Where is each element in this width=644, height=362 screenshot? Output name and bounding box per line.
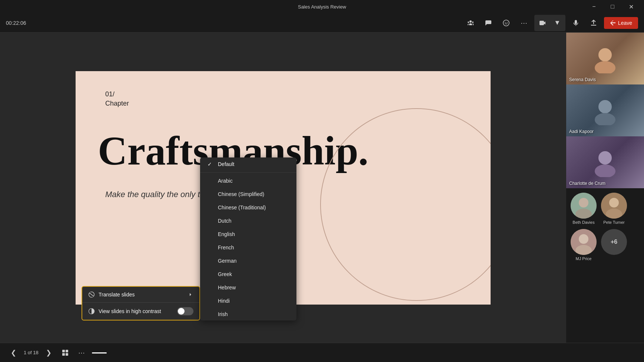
avatar-label-mj: MJ Price — [576, 256, 592, 261]
avatar-label-beth: Beth Davies — [572, 220, 594, 225]
next-slide-button[interactable]: ❯ — [43, 347, 55, 359]
avatar-item-more: +6 — [601, 229, 627, 261]
chevron-right-icon — [187, 292, 193, 298]
maximize-button[interactable]: □ — [604, 1, 621, 13]
minimize-button[interactable]: − — [585, 1, 602, 13]
slide-grid-button[interactable] — [59, 347, 71, 359]
lang-item-default[interactable]: ✓ Default — [200, 157, 296, 171]
svg-point-2 — [507, 22, 507, 23]
svg-point-8 — [598, 151, 612, 165]
participants-button[interactable] — [463, 16, 478, 30]
lang-item-german[interactable]: German — [200, 254, 296, 268]
leave-button[interactable]: Leave — [604, 17, 638, 29]
contrast-icon — [88, 308, 95, 315]
svg-point-17 — [579, 234, 588, 244]
language-list: ✓ Default Arabic Chinese (Simplified) — [200, 157, 296, 321]
lang-item-hebrew[interactable]: Hebrew — [200, 281, 296, 294]
toolbar: 00:22:06 ⋯ ▼ — [0, 13, 644, 33]
participant-video-serena: Serena Davis — [566, 33, 644, 84]
more-button[interactable]: ⋯ — [517, 16, 531, 30]
window-controls: − □ ✕ — [585, 1, 640, 13]
avatar-item-pete: Pete Turner — [601, 193, 627, 225]
lang-item-greek[interactable]: Greek — [200, 268, 296, 281]
slide-container: 01/ Chapter Craftsmanship. Make the qual… — [0, 33, 566, 343]
avatar-mj — [571, 229, 597, 255]
close-button[interactable]: ✕ — [623, 1, 640, 13]
mic-button[interactable] — [568, 16, 583, 30]
svg-point-4 — [598, 48, 612, 62]
svg-point-11 — [579, 198, 588, 207]
avatar-pete — [601, 193, 627, 219]
svg-point-9 — [595, 165, 615, 177]
slide-chapter-number: 01/ Chapter — [105, 89, 129, 107]
participant-avatars: Beth Davies Pete Turner — [566, 188, 644, 265]
prev-slide-button[interactable]: ❮ — [7, 347, 19, 359]
chat-button[interactable] — [481, 16, 496, 30]
call-timer: 00:22:06 — [6, 20, 26, 26]
svg-point-5 — [595, 61, 615, 73]
video-dropdown-button[interactable]: ▼ — [550, 16, 565, 30]
lang-item-chinese-traditional[interactable]: Chinese (Traditional) — [200, 201, 296, 214]
participant-name-aadi: Aadi Kapoor — [569, 129, 594, 134]
context-menu: Translate slides View slides in high con… — [82, 286, 200, 321]
title-bar: Sales Analysis Review − □ ✕ — [0, 0, 644, 13]
avatar-item-beth: Beth Davies — [571, 193, 597, 225]
participant-video-aadi: Aadi Kapoor — [566, 84, 644, 136]
main-content: 01/ Chapter Craftsmanship. Make the qual… — [0, 33, 644, 343]
lang-item-english[interactable]: English — [200, 228, 296, 241]
svg-point-0 — [503, 20, 509, 26]
participant-name-serena: Serena Davis — [569, 77, 596, 82]
high-contrast-toggle[interactable] — [177, 307, 193, 315]
more-participants-circle[interactable]: +6 — [601, 229, 627, 255]
lang-item-chinese-simplified[interactable]: Chinese (Simplified) — [200, 187, 296, 201]
svg-point-1 — [505, 22, 505, 23]
video-button[interactable] — [535, 16, 550, 30]
svg-rect-21 — [62, 353, 65, 356]
active-indicator — [92, 352, 107, 353]
language-dropdown: ✓ Default Arabic Chinese (Simplified) — [200, 157, 296, 321]
lang-item-dutch[interactable]: Dutch — [200, 214, 296, 228]
reactions-button[interactable] — [499, 16, 514, 30]
avatar-item-mj: MJ Price — [571, 229, 597, 261]
lang-item-irish[interactable]: Irish — [200, 308, 296, 321]
avatar-label-pete: Pete Turner — [603, 220, 624, 225]
high-contrast-item[interactable]: View slides in high contrast — [82, 303, 199, 320]
participant-video-charlotte: Charlotte de Crum — [566, 136, 644, 188]
svg-point-14 — [609, 198, 619, 207]
bottom-bar: ❮ 1 of 18 ❯ ⋯ — [0, 343, 644, 362]
svg-rect-19 — [62, 350, 65, 352]
lang-item-french[interactable]: French — [200, 241, 296, 254]
svg-rect-22 — [66, 353, 68, 356]
svg-point-6 — [598, 100, 612, 113]
lang-item-arabic[interactable]: Arabic — [200, 174, 296, 187]
translate-slides-item[interactable]: Translate slides — [82, 287, 199, 302]
window-title: Sales Analysis Review — [298, 4, 346, 10]
right-panel: Serena Davis Aadi Kapoor Charlotte de Cr… — [566, 33, 644, 343]
svg-point-7 — [595, 113, 615, 125]
slide-counter: 1 of 18 — [24, 350, 39, 355]
lang-item-hindi[interactable]: Hindi — [200, 294, 296, 308]
svg-rect-20 — [66, 350, 68, 352]
context-menu-overlay: Translate slides View slides in high con… — [82, 286, 200, 321]
avatar-beth — [571, 193, 597, 219]
more-options-button[interactable]: ⋯ — [76, 347, 87, 359]
translate-icon — [88, 291, 95, 298]
share-button[interactable] — [586, 16, 601, 30]
participant-name-charlotte: Charlotte de Crum — [569, 181, 605, 186]
video-button-group: ▼ — [534, 15, 565, 31]
